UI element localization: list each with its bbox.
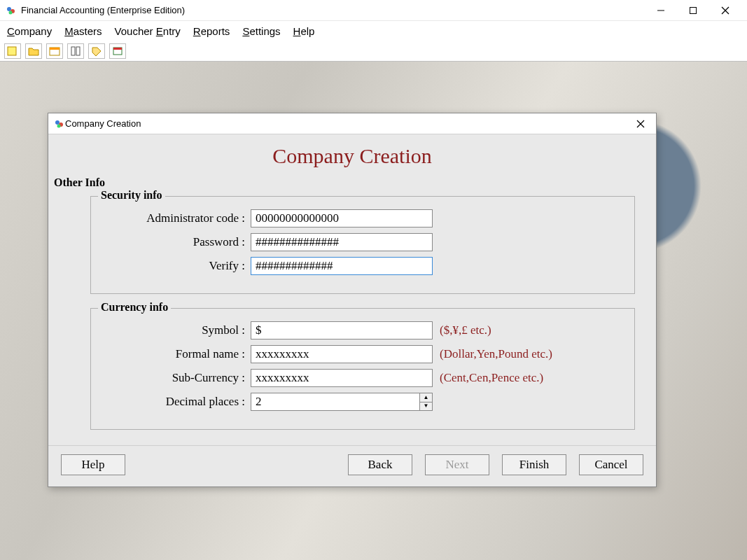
finish-button[interactable]: Finish bbox=[502, 454, 566, 475]
input-symbol[interactable] bbox=[251, 321, 433, 340]
svg-point-0 bbox=[7, 7, 11, 11]
company-creation-dialog: Company Creation Company Creation Other … bbox=[48, 113, 657, 487]
window-title: Financial Accounting (Enterprise Edition… bbox=[21, 5, 185, 15]
app-icon bbox=[6, 5, 17, 16]
toolbar-export-icon[interactable] bbox=[109, 43, 126, 59]
toolbar-new-icon[interactable] bbox=[4, 43, 21, 59]
dialog-icon bbox=[54, 118, 65, 130]
input-decimal-places[interactable] bbox=[251, 393, 420, 411]
client-area: Company Creation Company Creation Other … bbox=[0, 62, 747, 560]
svg-rect-7 bbox=[8, 47, 16, 55]
window-titlebar: Financial Accounting (Enterprise Edition… bbox=[0, 0, 747, 21]
minimize-button[interactable] bbox=[645, 0, 677, 21]
close-button[interactable] bbox=[709, 0, 741, 21]
label-formal-name: Formal name : bbox=[104, 347, 251, 361]
toolbar-ledger-icon[interactable] bbox=[67, 43, 84, 59]
legend-security: Security info bbox=[98, 189, 165, 202]
svg-rect-13 bbox=[113, 48, 122, 50]
menu-voucher-entry[interactable]: Voucher Entry bbox=[115, 25, 181, 37]
label-password: Password : bbox=[104, 235, 251, 249]
input-verify[interactable] bbox=[251, 257, 433, 275]
toolbar-tag-icon[interactable] bbox=[88, 43, 105, 59]
maximize-button[interactable] bbox=[677, 0, 709, 21]
legend-currency: Currency info bbox=[98, 301, 171, 314]
input-sub-currency[interactable] bbox=[251, 369, 433, 387]
back-button[interactable]: Back bbox=[348, 454, 412, 475]
menu-masters[interactable]: Masters bbox=[64, 25, 102, 37]
dialog-close-button[interactable] bbox=[631, 114, 650, 134]
spinner-down-icon[interactable]: ▼ bbox=[420, 402, 432, 411]
menu-help[interactable]: Help bbox=[293, 25, 315, 37]
svg-point-16 bbox=[57, 124, 61, 127]
svg-rect-9 bbox=[50, 48, 60, 50]
hint-formal-name: (Dollar,Yen,Pound etc.) bbox=[440, 347, 552, 361]
menubar: Company Masters Voucher Entry Reports Se… bbox=[0, 21, 747, 41]
label-sub-currency: Sub-Currency : bbox=[104, 371, 251, 385]
svg-point-2 bbox=[9, 10, 13, 14]
spinner-up-icon[interactable]: ▲ bbox=[420, 393, 432, 402]
svg-rect-11 bbox=[76, 47, 80, 55]
cancel-button[interactable]: Cancel bbox=[579, 454, 643, 475]
group-security-info: Security info Administrator code : Passw… bbox=[90, 196, 635, 294]
toolbar-open-icon[interactable] bbox=[25, 43, 42, 59]
label-decimal-places: Decimal places : bbox=[104, 395, 251, 409]
svg-rect-10 bbox=[71, 47, 75, 55]
label-admin-code: Administrator code : bbox=[104, 211, 251, 225]
dialog-title: Company Creation bbox=[65, 118, 141, 129]
label-symbol: Symbol : bbox=[104, 323, 251, 337]
label-verify: Verify : bbox=[104, 259, 251, 273]
toolbar bbox=[0, 41, 747, 62]
hint-sub-currency: (Cent,Cen,Pence etc.) bbox=[440, 371, 543, 385]
dialog-heading: Company Creation bbox=[48, 134, 656, 175]
dialog-titlebar: Company Creation bbox=[48, 113, 656, 134]
input-formal-name[interactable] bbox=[251, 345, 433, 363]
dialog-button-bar: Help Back Next Finish Cancel bbox=[48, 445, 656, 486]
input-password[interactable] bbox=[251, 233, 433, 251]
menu-reports[interactable]: Reports bbox=[193, 25, 230, 37]
menu-settings[interactable]: Settings bbox=[242, 25, 280, 37]
svg-rect-4 bbox=[690, 7, 697, 13]
hint-symbol: ($,¥,£ etc.) bbox=[440, 323, 491, 337]
section-other-info: Other Info bbox=[48, 175, 656, 189]
toolbar-calendar-icon[interactable] bbox=[46, 43, 63, 59]
help-button[interactable]: Help bbox=[61, 454, 125, 475]
input-admin-code[interactable] bbox=[251, 209, 433, 227]
svg-point-14 bbox=[55, 120, 60, 125]
group-currency-info: Currency info Symbol : ($,¥,£ etc.) Form… bbox=[90, 308, 635, 430]
next-button: Next bbox=[425, 454, 489, 475]
menu-company[interactable]: Company bbox=[7, 25, 52, 37]
